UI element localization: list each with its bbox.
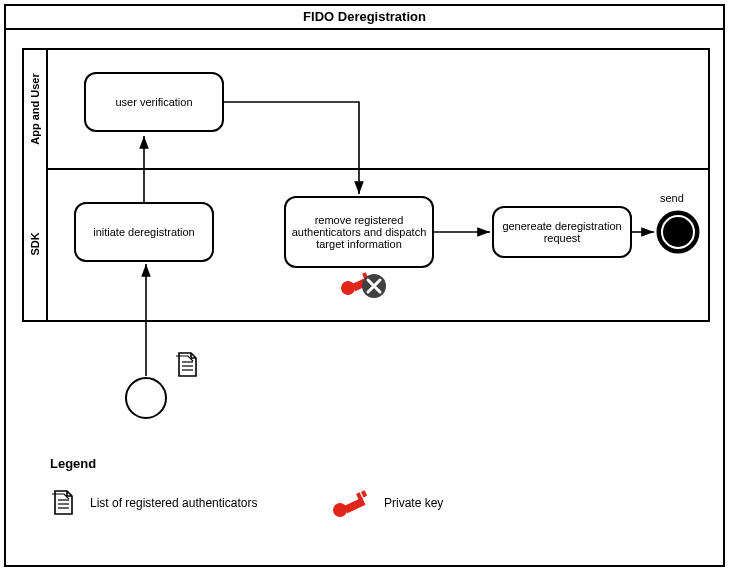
legend-title: Legend — [50, 456, 96, 471]
diagram-canvas: FIDO Deregistration App and User SDK use… — [0, 0, 729, 571]
svg-point-9 — [126, 378, 166, 418]
svg-point-17 — [333, 503, 347, 517]
diagram-title: FIDO Deregistration — [6, 6, 723, 30]
lane-app-and-user: App and User — [24, 50, 48, 168]
lane-separator — [48, 168, 708, 170]
task-remove-label: remove registered authenticators and dis… — [290, 214, 428, 250]
lane-sdk: SDK — [24, 168, 48, 320]
task-generate-request: genereate deregistration request — [492, 206, 632, 258]
svg-point-2 — [341, 281, 355, 295]
task-initiate-label: initiate deregistration — [93, 226, 195, 238]
task-initiate-deregistration: initiate deregistration — [74, 202, 214, 262]
end-event-icon — [656, 210, 700, 257]
task-user-verification-label: user verification — [115, 96, 192, 108]
legend-document-icon — [50, 488, 76, 521]
lane-label-top: App and User — [29, 73, 41, 145]
key-delete-icon — [338, 264, 388, 307]
legend-key-icon — [330, 486, 370, 523]
svg-rect-20 — [361, 490, 367, 497]
legend-item-private-key: Private key — [384, 496, 443, 510]
start-event-icon — [124, 376, 168, 423]
svg-point-1 — [662, 216, 694, 248]
outer-frame: FIDO Deregistration App and User SDK use… — [4, 4, 725, 567]
lane-label-bottom: SDK — [29, 232, 41, 255]
legend-item-authenticators: List of registered authenticators — [90, 496, 257, 510]
document-icon — [174, 350, 200, 383]
task-remove-authenticators: remove registered authenticators and dis… — [284, 196, 434, 268]
end-event-label: send — [660, 192, 684, 204]
task-user-verification: user verification — [84, 72, 224, 132]
svg-rect-18 — [344, 498, 366, 514]
task-generate-label: genereate deregistration request — [498, 220, 626, 244]
pool: App and User SDK user verification initi… — [22, 48, 710, 322]
